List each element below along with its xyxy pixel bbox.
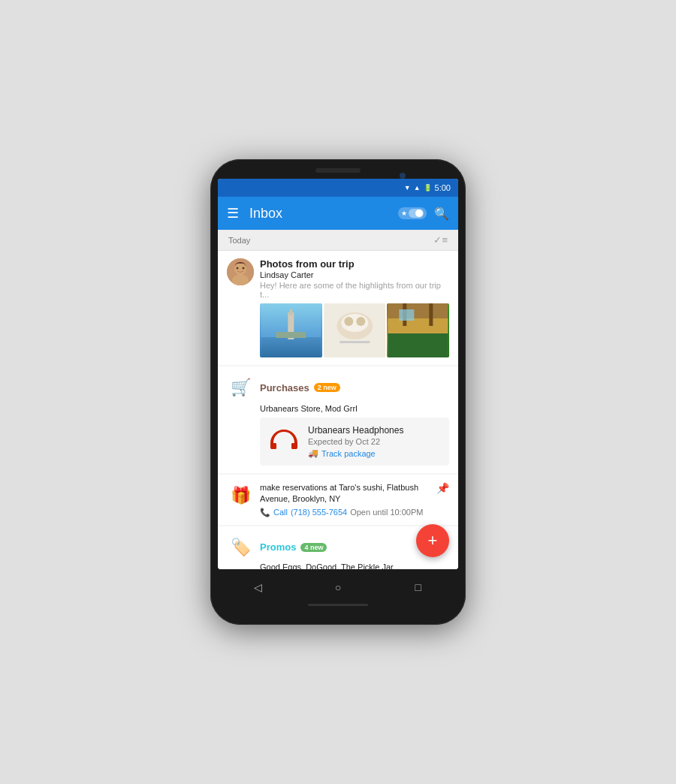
today-section-header: Today ✓≡ [218, 230, 458, 251]
avatar [227, 258, 254, 285]
toggle-pill [409, 209, 424, 218]
headphone-svg [267, 425, 300, 458]
svg-point-14 [356, 317, 365, 326]
photo-thumb-3 [387, 303, 449, 357]
svg-rect-18 [388, 318, 448, 333]
open-hours: Open until 10:00PM [350, 508, 423, 517]
phone-home-bar [308, 604, 368, 606]
track-package-link[interactable]: Track package [321, 449, 376, 458]
recents-button[interactable]: □ [411, 580, 426, 595]
phone-screen: ▼ ▲ 🔋 5:00 ☰ Inbox ★ 🔍 [218, 179, 458, 569]
today-label: Today [228, 236, 250, 245]
back-button[interactable]: ◁ [250, 580, 265, 595]
svg-rect-15 [340, 341, 370, 343]
reminder-title: make reservations at Taro's sushi, Flatb… [260, 482, 430, 505]
avatar-svg [227, 258, 254, 285]
wifi-icon: ▼ [404, 184, 411, 191]
tag-icon: 🏷️ [231, 538, 251, 557]
home-button[interactable]: ○ [330, 580, 346, 595]
status-time: 5:00 [435, 183, 451, 192]
email-card[interactable]: Photos from our trip Lindsay Carter Hey!… [218, 251, 458, 365]
package-info: Urbanears Headphones Expected by Oct 22 … [308, 425, 443, 458]
menu-icon[interactable]: ☰ [227, 207, 239, 220]
svg-point-13 [344, 317, 353, 326]
svg-point-4 [243, 267, 245, 270]
svg-point-1 [234, 263, 246, 275]
truck-icon: 🚚 [308, 448, 318, 458]
phone-camera [400, 173, 406, 179]
promos-badge: 4 new [300, 543, 327, 552]
call-link[interactable]: Call [273, 508, 288, 517]
photo-thumb-1 [260, 303, 322, 357]
purchases-card[interactable]: 🛒 Purchases 2 new Urbanears Store, Mod G… [218, 366, 458, 473]
reminder-action-row: 📞 Call (718) 555-7654 Open until 10:00PM [260, 508, 430, 517]
toolbar: ☰ Inbox ★ 🔍 [218, 197, 458, 230]
purchases-title-row: Purchases 2 new [260, 382, 449, 394]
promos-title: Promos [260, 541, 296, 553]
photo-grid [260, 303, 449, 357]
battery-icon: 🔋 [424, 184, 432, 191]
purchases-header: 🛒 Purchases 2 new [227, 374, 449, 401]
content-area: Today ✓≡ [218, 230, 458, 569]
photo-thumb-2 [324, 303, 386, 357]
mark-all-read-icon[interactable]: ✓≡ [433, 234, 448, 246]
email-sender: Lindsay Carter [260, 270, 449, 279]
email-subject: Photos from our trip [260, 258, 449, 270]
package-eta: Expected by Oct 22 [308, 437, 443, 446]
svg-rect-20 [430, 303, 433, 326]
pin-icon: 📌 [436, 482, 449, 494]
package-name: Urbanears Headphones [308, 425, 443, 436]
svg-rect-9 [276, 332, 306, 338]
svg-rect-8 [289, 309, 292, 315]
email-preview: Hey! Here are some of the highlights fro… [260, 281, 449, 299]
svg-rect-6 [261, 337, 321, 357]
svg-point-3 [237, 267, 239, 270]
phone-number: (718) 555-7654 [291, 508, 347, 517]
svg-rect-22 [272, 443, 276, 449]
headphone-image [266, 424, 302, 460]
reminder-card[interactable]: 🎁 make reservations at Taro's sushi, Fla… [218, 475, 458, 525]
compose-fab-icon: + [428, 532, 438, 549]
star-icon: ★ [401, 210, 407, 217]
purchases-icon-wrap: 🛒 [227, 374, 254, 401]
avatar-image [227, 258, 254, 285]
cart-icon: 🛒 [231, 378, 251, 397]
phone-device: ▼ ▲ 🔋 5:00 ☰ Inbox ★ 🔍 [210, 159, 466, 625]
svg-rect-23 [291, 443, 296, 449]
reminder-content: make reservations at Taro's sushi, Flatb… [260, 482, 430, 517]
purchases-title: Purchases [260, 382, 309, 394]
toolbar-actions: ★ 🔍 [398, 207, 449, 221]
phone-call-icon: 📞 [260, 508, 270, 517]
reminder-icon-wrap: 🎁 [227, 482, 254, 509]
toggle-circle [415, 210, 423, 217]
bundle-toggle[interactable]: ★ [398, 207, 427, 219]
email-meta: Photos from our trip Lindsay Carter Hey!… [260, 258, 449, 299]
phone-speaker [315, 168, 361, 173]
svg-rect-21 [400, 309, 415, 321]
package-card: Urbanears Headphones Expected by Oct 22 … [260, 418, 449, 466]
purchases-badge: 2 new [314, 383, 340, 392]
promo-icon-wrap: 🏷️ [227, 534, 254, 561]
gift-icon: 🎁 [231, 486, 251, 505]
email-header-row: Photos from our trip Lindsay Carter Hey!… [227, 258, 449, 299]
purchases-subtitle: Urbanears Store, Mod Grrl [260, 404, 449, 413]
compose-fab[interactable]: + [416, 524, 449, 557]
status-bar: ▼ ▲ 🔋 5:00 [218, 179, 458, 197]
status-icons: ▼ ▲ 🔋 5:00 [404, 183, 451, 192]
signal-icon: ▲ [414, 184, 421, 191]
search-icon[interactable]: 🔍 [434, 207, 449, 221]
track-row: 🚚 Track package [308, 448, 443, 458]
phone-bottom-nav: ◁ ○ □ [218, 574, 458, 601]
promos-subtitle: Good Eggs, DoGood, The Pickle Jar... [260, 562, 449, 569]
toolbar-title: Inbox [249, 206, 391, 222]
